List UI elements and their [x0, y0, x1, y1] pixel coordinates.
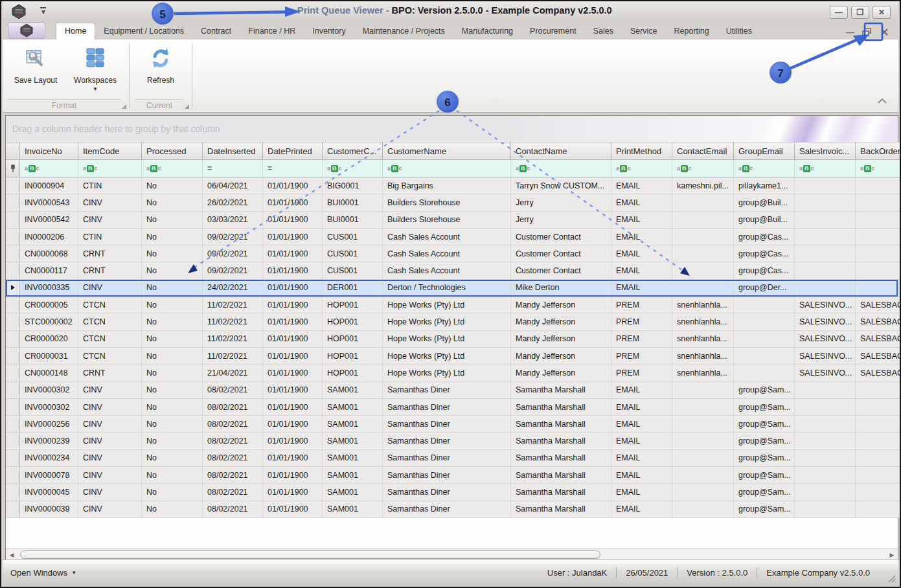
format-dialog-launcher-icon[interactable] — [122, 104, 126, 109]
cell[interactable] — [672, 229, 734, 245]
cell[interactable]: No — [142, 365, 203, 381]
filter-cell-processed[interactable]: aBc — [142, 160, 203, 177]
cell[interactable]: EMAIL — [611, 450, 672, 467]
cell[interactable]: Samantha Marshall — [511, 450, 611, 467]
cell[interactable] — [672, 501, 734, 518]
cell[interactable]: INV0000543 — [20, 194, 78, 211]
cell[interactable]: INV0000335 — [20, 280, 78, 297]
cell[interactable]: SALESINVO... — [795, 348, 856, 365]
cell[interactable]: EMAIL — [611, 194, 672, 211]
cell[interactable]: PREM — [611, 331, 672, 348]
cell[interactable]: 01/01/1900 — [263, 194, 323, 211]
cell[interactable]: CTCN — [78, 297, 142, 313]
cell[interactable]: group@Sam... — [734, 382, 795, 399]
cell[interactable]: SAM001 — [323, 416, 383, 433]
cell[interactable] — [734, 348, 795, 365]
cell[interactable] — [795, 280, 856, 297]
cell[interactable]: SALESBAC — [856, 297, 901, 313]
cell[interactable] — [672, 484, 734, 501]
cell[interactable]: INV0000234 — [20, 450, 78, 467]
grid-row-STC0000002[interactable]: STC0000002CTCNNo11/02/202101/01/1900HOP0… — [6, 313, 898, 330]
cell[interactable]: No — [142, 399, 203, 416]
cell[interactable]: Customer Contact — [511, 229, 611, 245]
cell[interactable] — [856, 399, 901, 416]
cell[interactable]: No — [142, 348, 203, 365]
cell[interactable]: 01/01/1900 — [263, 313, 323, 330]
column-header-dateprinted[interactable]: DatePrinted — [263, 142, 323, 160]
cell[interactable] — [795, 245, 856, 262]
cell[interactable]: EMAIL — [611, 229, 672, 245]
cell[interactable] — [795, 194, 856, 211]
workspaces-button[interactable]: Workspaces ▼ — [67, 45, 123, 92]
cell[interactable]: DER001 — [323, 280, 383, 297]
column-header-dateinserted[interactable]: DateInserted — [203, 142, 263, 160]
cell[interactable] — [672, 450, 734, 467]
cell[interactable]: No — [142, 212, 203, 229]
cell[interactable]: 08/02/2021 — [203, 382, 263, 399]
cell[interactable]: Hope Works (Pty) Ltd — [383, 297, 511, 313]
cell[interactable]: BUI0001 — [323, 212, 383, 229]
cell[interactable]: group@Sam... — [734, 467, 795, 484]
open-windows-button[interactable]: Open Windows▼ — [10, 568, 76, 578]
cell[interactable]: EMAIL — [611, 212, 672, 229]
cell[interactable]: CRNT — [78, 262, 142, 279]
cell[interactable]: CUS001 — [323, 245, 383, 262]
cell[interactable]: SALESINVO... — [795, 331, 856, 348]
cell[interactable]: CINV — [78, 399, 142, 416]
cell[interactable]: IN0000904 — [20, 177, 78, 194]
filter-row-pin-icon[interactable] — [6, 160, 20, 177]
column-header-itemcode[interactable]: ItemCode — [78, 142, 142, 160]
cell[interactable]: EMAIL — [611, 501, 672, 518]
cell[interactable]: CTCN — [78, 331, 142, 348]
cell[interactable]: HOP001 — [323, 313, 383, 330]
cell[interactable]: No — [142, 331, 203, 348]
cell[interactable]: INV0000302 — [20, 399, 78, 416]
cell[interactable]: 11/02/2021 — [203, 348, 263, 365]
cell[interactable]: CR0000031 — [20, 348, 78, 365]
cell[interactable]: group@Sam... — [734, 450, 795, 467]
maximize-button[interactable]: ❐ — [851, 6, 869, 19]
current-dialog-launcher-icon[interactable] — [185, 104, 189, 109]
ribbon-minimize-icon[interactable]: — — [846, 28, 854, 36]
cell[interactable] — [856, 484, 901, 501]
column-header-contactname[interactable]: ContactName — [511, 142, 611, 160]
cell[interactable]: 01/01/1900 — [263, 245, 323, 262]
cell[interactable]: SALESINVO... — [795, 313, 856, 330]
group-by-panel[interactable]: Drag a column header here to group by th… — [6, 116, 898, 142]
cell[interactable]: SALESINVO... — [795, 297, 856, 313]
column-header-backorder[interactable]: BackOrder — [856, 142, 901, 160]
cell[interactable]: EMAIL — [611, 433, 672, 449]
cell[interactable]: CTCN — [78, 313, 142, 330]
cell[interactable]: Samanthas Diner — [383, 433, 511, 449]
cell[interactable]: INV0000045 — [20, 484, 78, 501]
cell[interactable]: 08/02/2021 — [203, 450, 263, 467]
cell[interactable]: EMAIL — [611, 382, 672, 399]
cell[interactable]: 09/02/2021 — [203, 262, 263, 279]
cell[interactable]: EMAIL — [611, 467, 672, 484]
tab-manufacturing[interactable]: Manufacturing — [453, 23, 521, 40]
cell[interactable] — [672, 280, 734, 297]
cell[interactable]: HOP001 — [323, 348, 383, 365]
cell[interactable] — [856, 450, 901, 467]
cell[interactable]: EMAIL — [611, 416, 672, 433]
cell[interactable]: 08/02/2021 — [203, 399, 263, 416]
cell[interactable]: EMAIL — [611, 280, 672, 297]
filter-cell-dateinserted[interactable]: = — [203, 160, 263, 177]
cell[interactable]: CN0000068 — [20, 245, 78, 262]
cell[interactable]: CRNT — [78, 245, 142, 262]
cell[interactable] — [795, 229, 856, 245]
cell[interactable]: Samanthas Diner — [383, 382, 511, 399]
cell[interactable] — [856, 501, 901, 518]
cell[interactable]: Hope Works (Pty) Ltd — [383, 313, 511, 330]
cell[interactable]: Cash Sales Account — [383, 262, 511, 279]
cell[interactable]: group@Sam... — [734, 484, 795, 501]
cell[interactable]: SAM001 — [323, 450, 383, 467]
cell[interactable]: Samantha Marshall — [511, 501, 611, 518]
filter-cell-backorder[interactable]: aBc — [856, 160, 901, 177]
cell[interactable]: snenhlanhla... — [672, 313, 734, 330]
cell[interactable]: No — [142, 313, 203, 330]
cell[interactable]: Mandy Jefferson — [511, 365, 611, 381]
cell[interactable]: SALESBAC — [856, 331, 901, 348]
cell[interactable]: STC0000002 — [20, 313, 78, 330]
cell[interactable]: CUS001 — [323, 229, 383, 245]
